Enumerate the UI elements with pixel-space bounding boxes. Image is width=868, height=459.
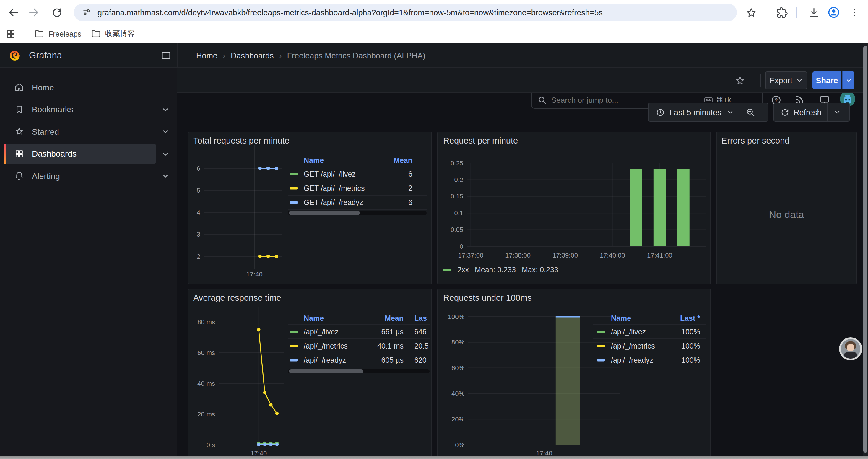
svg-text:0.2: 0.2	[454, 176, 463, 184]
bell-icon	[14, 171, 24, 181]
average-response-time-chart[interactable]: 0 s20 ms40 ms60 ms80 ms17:40	[188, 289, 432, 459]
chevron-down-icon[interactable]	[161, 105, 169, 114]
chevron-down-icon[interactable]	[161, 172, 169, 180]
screen: Freeleaps 收藏博客 Grafana Home›Dashboards›F…	[0, 0, 868, 459]
page-scrollbar[interactable]	[862, 43, 868, 459]
time-range-group: Last 5 minutes	[648, 103, 768, 122]
breadcrumb: Home›Dashboards›Freeleaps Metrics Dashbo…	[196, 43, 426, 68]
chevron-down-icon	[845, 77, 852, 84]
svg-text:4: 4	[197, 209, 200, 216]
svg-text:40%: 40%	[452, 390, 464, 397]
bookmark-star-icon[interactable]	[743, 4, 759, 21]
header-divider	[177, 43, 178, 68]
profile-icon[interactable]	[826, 4, 842, 21]
requests-under-100ms-chart[interactable]: 0%20%40%60%80%100%17:40	[437, 289, 711, 459]
svg-text:0.1: 0.1	[454, 209, 463, 217]
svg-text:0: 0	[460, 243, 463, 250]
browser-menu-icon[interactable]	[846, 4, 863, 21]
assistant-avatar[interactable]	[839, 337, 862, 360]
sidebar-item-alerting[interactable]: Alerting	[6, 165, 156, 186]
collapse-sidebar-icon[interactable]	[161, 50, 172, 61]
svg-text:2: 2	[197, 253, 200, 260]
breadcrumb-item[interactable]: Home	[196, 51, 217, 60]
sidebar-item-label: Alerting	[32, 171, 60, 181]
svg-text:0.25: 0.25	[451, 160, 463, 167]
folder-icon	[91, 29, 101, 39]
zoom-out-icon[interactable]	[740, 107, 761, 117]
breadcrumb-item[interactable]: Freeleaps Metrics Dashboard (ALPHA)	[287, 51, 426, 60]
search-icon	[538, 95, 547, 104]
svg-text:0.05: 0.05	[451, 226, 463, 233]
folder-icon	[34, 29, 44, 39]
refresh-label[interactable]: Refresh	[794, 108, 822, 117]
share-menu-button[interactable]	[842, 71, 855, 89]
chevron-down-icon	[796, 77, 803, 84]
site-info-icon[interactable]	[82, 8, 92, 17]
reload-icon[interactable]	[49, 4, 65, 21]
active-item-accent	[4, 143, 6, 164]
downloads-icon[interactable]	[805, 4, 822, 21]
home-icon	[14, 82, 24, 92]
time-range-label[interactable]: Last 5 minutes	[670, 108, 721, 117]
toolbar-divider	[796, 7, 797, 18]
refresh-interval-chevron-icon[interactable]	[828, 109, 847, 116]
breadcrumb-separator: ›	[223, 51, 225, 60]
svg-text:17:37:00: 17:37:00	[458, 252, 484, 259]
total-requests-per-minute-chart[interactable]: 2345617:40	[188, 132, 432, 284]
svg-text:60%: 60%	[452, 364, 464, 371]
forward-icon[interactable]	[25, 4, 42, 21]
svg-text:6: 6	[197, 165, 200, 172]
svg-text:17:40: 17:40	[246, 270, 262, 278]
svg-text:3: 3	[197, 231, 200, 238]
request-per-minute-chart[interactable]: 00.050.10.150.20.2517:37:0017:38:0017:39…	[437, 132, 711, 284]
extensions-icon[interactable]	[773, 4, 790, 21]
apps-grid-icon[interactable]	[6, 25, 16, 43]
back-icon[interactable]	[5, 4, 22, 21]
url-input[interactable]	[97, 8, 718, 17]
sidebar-item-starred[interactable]: Starred	[6, 121, 156, 142]
svg-text:0.15: 0.15	[451, 193, 463, 200]
chevron-down-icon	[727, 109, 734, 116]
star-icon	[14, 126, 24, 136]
window-bottom-scrollbar[interactable]	[0, 456, 868, 459]
svg-text:0%: 0%	[455, 441, 464, 449]
bookmark-folder-freeleaps[interactable]: Freeleaps	[34, 25, 81, 43]
svg-text:17:41:00: 17:41:00	[647, 252, 673, 259]
svg-text:80 ms: 80 ms	[197, 319, 215, 326]
panel-title[interactable]: Errors per second	[721, 136, 790, 145]
sidebar-item-label: Home	[32, 83, 54, 92]
favorite-star-icon[interactable]	[735, 76, 745, 86]
breadcrumb-item[interactable]: Dashboards	[231, 51, 274, 60]
sidebar-item-label: Bookmarks	[32, 104, 73, 114]
svg-text:60 ms: 60 ms	[197, 349, 215, 357]
no-data-message: No data	[716, 209, 857, 221]
bookmarks-bar: Freeleaps 收藏博客	[0, 25, 868, 43]
svg-text:17:38:00: 17:38:00	[505, 252, 531, 259]
share-button[interactable]: Share	[812, 71, 841, 89]
svg-text:0 s: 0 s	[207, 441, 215, 449]
svg-text:17:40: 17:40	[251, 450, 267, 457]
svg-text:17:40: 17:40	[536, 450, 552, 457]
chevron-down-icon[interactable]	[161, 150, 169, 158]
svg-text:80%: 80%	[452, 338, 464, 346]
panel-errors-per-second	[716, 132, 857, 284]
breadcrumb-separator: ›	[279, 51, 282, 60]
svg-text:100%: 100%	[448, 313, 464, 321]
export-label: Export	[769, 76, 793, 85]
grafana-logo[interactable]	[8, 49, 21, 62]
address-bar[interactable]	[74, 4, 737, 21]
toolbar-divider	[761, 74, 761, 87]
chevron-down-icon[interactable]	[161, 128, 169, 136]
page-scrollbar-thumb[interactable]	[863, 46, 867, 453]
dashboard-toolbar	[177, 68, 868, 93]
bookmark-folder-label: 收藏博客	[105, 29, 135, 39]
sidebar-item-home[interactable]: Home	[6, 77, 156, 97]
browser-toolbar	[0, 0, 868, 25]
sidebar-item-dashboards[interactable]: Dashboards	[6, 143, 156, 164]
svg-text:5: 5	[197, 187, 200, 194]
sidebar-item-bookmarks[interactable]: Bookmarks	[6, 99, 156, 120]
svg-text:?: ?	[774, 97, 778, 103]
bookmark-folder-blogs[interactable]: 收藏博客	[91, 25, 135, 43]
export-button[interactable]: Export	[765, 71, 807, 89]
apps-icon	[14, 149, 24, 159]
